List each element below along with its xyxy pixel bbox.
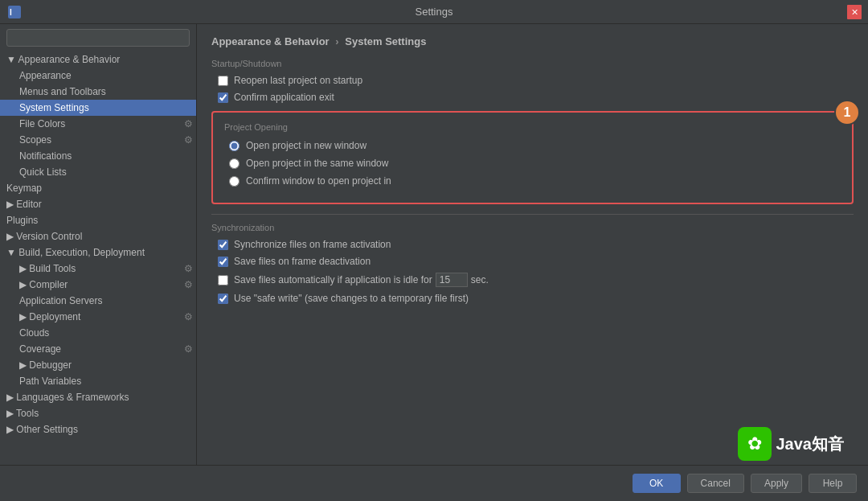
sidebar-item-deployment[interactable]: ▶ Deployment⚙ — [0, 309, 196, 325]
sidebar-item-path-variables[interactable]: Path Variables — [0, 373, 196, 389]
confirm-exit-checkbox[interactable] — [218, 92, 228, 103]
checkbox-sync-frame: Synchronize files on frame activation — [211, 239, 854, 250]
startup-section-label: Startup/Shutdown — [211, 59, 854, 68]
radio-confirm-window-input[interactable] — [229, 176, 240, 187]
sidebar-item-editor[interactable]: ▶ Editor — [0, 196, 196, 212]
sidebar-item-scopes[interactable]: Scopes⚙ — [0, 132, 196, 148]
content-area: Appearance & Behavior › System Settings … — [197, 24, 868, 465]
sidebar-item-plugins[interactable]: Plugins — [0, 212, 196, 228]
badge-number: 1 — [844, 105, 851, 120]
bottom-bar: OK Cancel Apply Help — [0, 465, 868, 501]
sidebar-item-quick-lists[interactable]: Quick Lists — [0, 164, 196, 180]
sidebar-item-label: Notifications — [19, 150, 72, 162]
search-input[interactable] — [6, 29, 190, 47]
apply-button[interactable]: Apply — [751, 474, 802, 493]
sidebar-item-menus-toolbars[interactable]: Menus and Toolbars — [0, 84, 196, 100]
divider — [211, 214, 854, 215]
sidebar-item-label: Menus and Toolbars — [19, 86, 106, 97]
title-bar: I Settings ✕ — [0, 0, 868, 24]
radio-confirm-window-label[interactable]: Confirm window to open project in — [246, 175, 391, 187]
sidebar-item-tools[interactable]: ▶ Tools — [0, 405, 196, 421]
sidebar-item-settings-icon: ⚙ — [184, 279, 193, 290]
app-icon: I — [8, 6, 21, 18]
sidebar-item-label: Application Servers — [19, 295, 102, 306]
cancel-button[interactable]: Cancel — [687, 474, 744, 493]
checkbox-safe-write: Use "safe write" (save changes to a temp… — [211, 293, 854, 304]
breadcrumb: Appearance & Behavior › System Settings — [211, 35, 854, 47]
save-idle-label[interactable]: Save files automatically if application … — [234, 274, 432, 285]
checkbox-save-deact: Save files on frame deactivation — [211, 256, 854, 267]
sidebar-item-label: File Colors — [19, 118, 65, 129]
checkbox-save-idle: Save files automatically if application … — [211, 273, 854, 287]
sidebar: ▼ Appearance & BehaviorAppearanceMenus a… — [0, 24, 197, 465]
sidebar-item-label: ▼ Appearance & Behavior — [6, 54, 120, 65]
sync-frame-label[interactable]: Synchronize files on frame activation — [234, 239, 391, 250]
save-idle-checkbox[interactable] — [218, 275, 228, 285]
checkbox-confirm-exit: Confirm application exit — [211, 92, 854, 103]
idle-seconds-input[interactable] — [436, 273, 468, 287]
sidebar-item-label: Coverage — [19, 343, 61, 355]
reopen-label[interactable]: Reopen last project on startup — [234, 75, 362, 86]
checkbox-reopen: Reopen last project on startup — [211, 75, 854, 86]
radio-new-window: Open project in new window — [224, 140, 841, 151]
sidebar-item-label: Quick Lists — [19, 166, 67, 178]
sidebar-item-label: Scopes — [19, 134, 51, 146]
reopen-checkbox[interactable] — [218, 76, 228, 86]
safe-write-label[interactable]: Use "safe write" (save changes to a temp… — [234, 293, 469, 304]
ok-button[interactable]: OK — [633, 474, 681, 493]
sidebar-item-label: ▶ Other Settings — [6, 424, 78, 435]
sidebar-item-compiler[interactable]: ▶ Compiler⚙ — [0, 277, 196, 293]
sidebar-item-languages-frameworks[interactable]: ▶ Languages & Frameworks — [0, 389, 196, 405]
svg-text:I: I — [10, 8, 12, 17]
radio-same-window-input[interactable] — [229, 158, 240, 169]
sidebar-item-settings-icon: ⚙ — [184, 311, 193, 322]
main-container: ▼ Appearance & BehaviorAppearanceMenus a… — [0, 24, 868, 465]
sidebar-item-label: ▶ Languages & Frameworks — [6, 392, 129, 403]
save-deactivation-label[interactable]: Save files on frame deactivation — [234, 256, 371, 267]
radio-new-window-label[interactable]: Open project in new window — [246, 140, 366, 151]
radio-same-window: Open project in the same window — [224, 158, 841, 169]
sidebar-item-label: System Settings — [19, 102, 89, 113]
sidebar-item-settings-icon: ⚙ — [184, 263, 193, 274]
breadcrumb-part1: Appearance & Behavior — [211, 35, 330, 47]
project-opening-label: Project Opening — [224, 122, 841, 132]
sidebar-item-label: Appearance — [19, 70, 72, 81]
sidebar-item-label: Keymap — [6, 183, 42, 194]
sync-frame-checkbox[interactable] — [218, 240, 228, 250]
sidebar-item-appearance-behavior[interactable]: ▼ Appearance & Behavior — [0, 51, 196, 68]
sidebar-item-file-colors[interactable]: File Colors⚙ — [0, 116, 196, 132]
sidebar-item-debugger[interactable]: ▶ Debugger — [0, 357, 196, 373]
help-button[interactable]: Help — [809, 474, 857, 493]
radio-new-window-input[interactable] — [229, 141, 240, 151]
sidebar-item-label: ▶ Compiler — [19, 279, 68, 290]
sidebar-item-label: Clouds — [19, 327, 49, 339]
sidebar-item-build-execution[interactable]: ▼ Build, Execution, Deployment — [0, 244, 196, 261]
sidebar-item-coverage[interactable]: Coverage⚙ — [0, 341, 196, 357]
sidebar-item-label: ▶ Deployment — [19, 311, 80, 322]
radio-same-window-label[interactable]: Open project in the same window — [246, 158, 388, 169]
sidebar-item-keymap[interactable]: Keymap — [0, 180, 196, 196]
sync-section-label: Synchronization — [211, 223, 854, 232]
sidebar-item-settings-icon: ⚙ — [184, 118, 193, 129]
sidebar-item-label: ▶ Editor — [6, 199, 42, 210]
sidebar-item-label: ▶ Debugger — [19, 359, 72, 371]
sidebar-item-appearance[interactable]: Appearance — [0, 68, 196, 84]
sidebar-tree: ▼ Appearance & BehaviorAppearanceMenus a… — [0, 51, 196, 437]
sidebar-item-label: Plugins — [6, 215, 38, 226]
sidebar-item-clouds[interactable]: Clouds — [0, 325, 196, 341]
close-button[interactable]: ✕ — [847, 5, 862, 19]
sidebar-item-settings-icon: ⚙ — [184, 343, 193, 355]
safe-write-checkbox[interactable] — [218, 294, 228, 304]
sidebar-item-notifications[interactable]: Notifications — [0, 148, 196, 164]
sidebar-item-other-settings[interactable]: ▶ Other Settings — [0, 421, 196, 437]
sidebar-item-settings-icon: ⚙ — [184, 134, 193, 146]
save-deactivation-checkbox[interactable] — [218, 257, 228, 267]
project-opening-box: 1 Project Opening Open project in new wi… — [211, 111, 854, 204]
confirm-exit-label[interactable]: Confirm application exit — [234, 92, 334, 103]
breadcrumb-part2: System Settings — [345, 35, 426, 47]
sidebar-item-application-servers[interactable]: Application Servers — [0, 293, 196, 309]
sidebar-item-build-tools[interactable]: ▶ Build Tools⚙ — [0, 261, 196, 277]
sidebar-item-system-settings[interactable]: System Settings — [0, 100, 196, 116]
sidebar-item-version-control[interactable]: ▶ Version Control — [0, 228, 196, 244]
window-title: Settings — [416, 6, 453, 18]
